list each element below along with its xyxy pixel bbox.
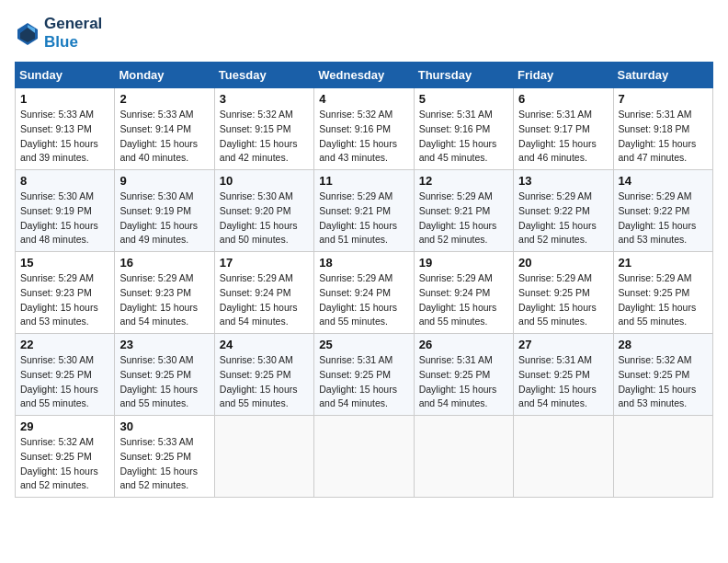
table-row: 24 Sunrise: 5:30 AM Sunset: 9:25 PM Dayl…: [214, 334, 313, 416]
col-tuesday: Tuesday: [214, 63, 313, 88]
day-number: 16: [119, 256, 209, 270]
day-detail: Sunrise: 5:30 AM Sunset: 9:25 PM Dayligh…: [119, 353, 209, 411]
day-detail: Sunrise: 5:31 AM Sunset: 9:25 PM Dayligh…: [319, 353, 408, 411]
day-detail: Sunrise: 5:30 AM Sunset: 9:20 PM Dayligh…: [220, 190, 309, 247]
day-number: 13: [518, 174, 608, 188]
day-detail: Sunrise: 5:32 AM Sunset: 9:25 PM Dayligh…: [20, 435, 109, 493]
day-number: 26: [419, 338, 508, 351]
logo: General Blue: [15, 15, 102, 51]
table-row: 4 Sunrise: 5:32 AM Sunset: 9:16 PM Dayli…: [314, 88, 414, 170]
day-detail: Sunrise: 5:31 AM Sunset: 9:16 PM Dayligh…: [419, 108, 508, 166]
day-detail: Sunrise: 5:30 AM Sunset: 9:25 PM Dayligh…: [220, 353, 309, 411]
day-detail: Sunrise: 5:30 AM Sunset: 9:19 PM Dayligh…: [20, 190, 109, 247]
day-detail: Sunrise: 5:31 AM Sunset: 9:17 PM Dayligh…: [518, 108, 608, 166]
day-detail: Sunrise: 5:33 AM Sunset: 9:14 PM Dayligh…: [119, 108, 209, 166]
day-number: 27: [518, 338, 608, 351]
table-row: [314, 416, 414, 498]
table-row: [214, 416, 313, 498]
day-number: 15: [20, 256, 109, 270]
table-row: 3 Sunrise: 5:32 AM Sunset: 9:15 PM Dayli…: [214, 88, 313, 170]
day-number: 19: [419, 256, 508, 270]
col-thursday: Thursday: [414, 63, 513, 88]
day-detail: Sunrise: 5:32 AM Sunset: 9:16 PM Dayligh…: [319, 108, 408, 166]
day-detail: Sunrise: 5:31 AM Sunset: 9:25 PM Dayligh…: [419, 353, 508, 411]
day-number: 6: [518, 92, 608, 106]
day-detail: Sunrise: 5:29 AM Sunset: 9:22 PM Dayligh…: [518, 190, 608, 247]
table-row: 23 Sunrise: 5:30 AM Sunset: 9:25 PM Dayl…: [115, 334, 214, 416]
day-detail: Sunrise: 5:30 AM Sunset: 9:25 PM Dayligh…: [20, 353, 109, 411]
table-row: 27 Sunrise: 5:31 AM Sunset: 9:25 PM Dayl…: [514, 334, 613, 416]
day-detail: Sunrise: 5:33 AM Sunset: 9:13 PM Dayligh…: [20, 108, 109, 166]
table-row: [613, 416, 712, 498]
table-row: 8 Sunrise: 5:30 AM Sunset: 9:19 PM Dayli…: [16, 170, 115, 252]
day-detail: Sunrise: 5:32 AM Sunset: 9:25 PM Dayligh…: [619, 353, 708, 411]
table-row: 5 Sunrise: 5:31 AM Sunset: 9:16 PM Dayli…: [414, 88, 513, 170]
logo-line1: General: [44, 15, 102, 33]
logo-line2: Blue: [44, 33, 102, 52]
day-number: 4: [319, 92, 408, 106]
day-number: 30: [119, 419, 209, 433]
col-monday: Monday: [115, 63, 214, 88]
calendar-table: Sunday Monday Tuesday Wednesday Thursday…: [15, 62, 713, 498]
day-number: 7: [619, 92, 708, 106]
day-number: 17: [220, 256, 309, 270]
day-number: 3: [220, 92, 309, 106]
day-detail: Sunrise: 5:29 AM Sunset: 9:23 PM Dayligh…: [20, 271, 109, 329]
day-detail: Sunrise: 5:29 AM Sunset: 9:22 PM Dayligh…: [619, 190, 708, 247]
day-number: 20: [518, 256, 608, 270]
table-row: 12 Sunrise: 5:29 AM Sunset: 9:21 PM Dayl…: [414, 170, 513, 252]
day-number: 5: [419, 92, 508, 106]
logo-icon: [15, 20, 40, 46]
table-row: 7 Sunrise: 5:31 AM Sunset: 9:18 PM Dayli…: [613, 88, 712, 170]
table-row: 13 Sunrise: 5:29 AM Sunset: 9:22 PM Dayl…: [514, 170, 613, 252]
col-sunday: Sunday: [16, 63, 115, 88]
day-detail: Sunrise: 5:29 AM Sunset: 9:24 PM Dayligh…: [220, 271, 309, 329]
day-detail: Sunrise: 5:29 AM Sunset: 9:25 PM Dayligh…: [518, 271, 608, 329]
table-row: 11 Sunrise: 5:29 AM Sunset: 9:21 PM Dayl…: [314, 170, 414, 252]
day-number: 29: [20, 419, 109, 433]
table-row: 30 Sunrise: 5:33 AM Sunset: 9:25 PM Dayl…: [115, 416, 214, 498]
page-header: General Blue: [15, 15, 713, 51]
table-row: [414, 416, 513, 498]
day-number: 10: [220, 174, 309, 188]
day-number: 24: [220, 338, 309, 351]
table-row: 14 Sunrise: 5:29 AM Sunset: 9:22 PM Dayl…: [613, 170, 712, 252]
table-row: 19 Sunrise: 5:29 AM Sunset: 9:24 PM Dayl…: [414, 252, 513, 334]
day-number: 8: [20, 174, 109, 188]
table-row: 2 Sunrise: 5:33 AM Sunset: 9:14 PM Dayli…: [115, 88, 214, 170]
table-row: 6 Sunrise: 5:31 AM Sunset: 9:17 PM Dayli…: [514, 88, 613, 170]
table-row: 28 Sunrise: 5:32 AM Sunset: 9:25 PM Dayl…: [613, 334, 712, 416]
day-number: 23: [119, 338, 209, 351]
day-detail: Sunrise: 5:29 AM Sunset: 9:25 PM Dayligh…: [619, 271, 708, 329]
day-detail: Sunrise: 5:31 AM Sunset: 9:25 PM Dayligh…: [518, 353, 608, 411]
table-row: 21 Sunrise: 5:29 AM Sunset: 9:25 PM Dayl…: [613, 252, 712, 334]
col-wednesday: Wednesday: [314, 63, 414, 88]
table-row: 26 Sunrise: 5:31 AM Sunset: 9:25 PM Dayl…: [414, 334, 513, 416]
day-detail: Sunrise: 5:31 AM Sunset: 9:18 PM Dayligh…: [619, 108, 708, 166]
table-row: 25 Sunrise: 5:31 AM Sunset: 9:25 PM Dayl…: [314, 334, 414, 416]
table-row: 22 Sunrise: 5:30 AM Sunset: 9:25 PM Dayl…: [16, 334, 115, 416]
day-detail: Sunrise: 5:29 AM Sunset: 9:23 PM Dayligh…: [119, 271, 209, 329]
day-number: 2: [119, 92, 209, 106]
day-number: 11: [319, 174, 408, 188]
day-number: 28: [619, 338, 708, 351]
table-row: 1 Sunrise: 5:33 AM Sunset: 9:13 PM Dayli…: [16, 88, 115, 170]
col-friday: Friday: [514, 63, 613, 88]
table-row: 10 Sunrise: 5:30 AM Sunset: 9:20 PM Dayl…: [214, 170, 313, 252]
table-row: 29 Sunrise: 5:32 AM Sunset: 9:25 PM Dayl…: [16, 416, 115, 498]
table-row: 15 Sunrise: 5:29 AM Sunset: 9:23 PM Dayl…: [16, 252, 115, 334]
table-row: 18 Sunrise: 5:29 AM Sunset: 9:24 PM Dayl…: [314, 252, 414, 334]
day-number: 21: [619, 256, 708, 270]
table-row: 9 Sunrise: 5:30 AM Sunset: 9:19 PM Dayli…: [115, 170, 214, 252]
day-detail: Sunrise: 5:29 AM Sunset: 9:24 PM Dayligh…: [319, 271, 408, 329]
day-detail: Sunrise: 5:29 AM Sunset: 9:21 PM Dayligh…: [419, 190, 508, 247]
day-number: 14: [619, 174, 708, 188]
table-row: [514, 416, 613, 498]
col-saturday: Saturday: [613, 63, 712, 88]
day-number: 25: [319, 338, 408, 351]
day-number: 18: [319, 256, 408, 270]
table-row: 16 Sunrise: 5:29 AM Sunset: 9:23 PM Dayl…: [115, 252, 214, 334]
day-detail: Sunrise: 5:32 AM Sunset: 9:15 PM Dayligh…: [220, 108, 309, 166]
day-number: 22: [20, 338, 109, 351]
day-detail: Sunrise: 5:29 AM Sunset: 9:24 PM Dayligh…: [419, 271, 508, 329]
